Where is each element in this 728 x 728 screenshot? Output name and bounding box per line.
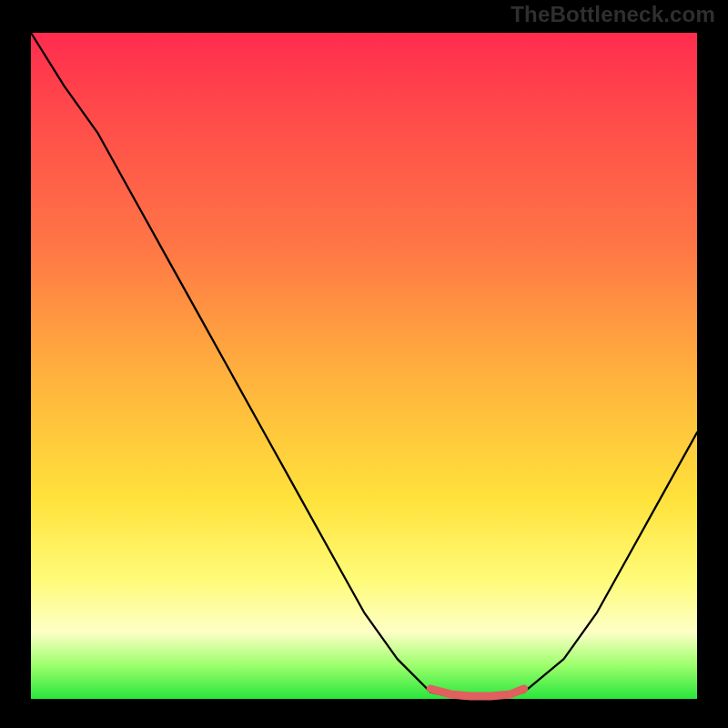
bottleneck-curve [31,33,697,699]
flat-zone-marker [430,689,524,696]
plot-area [31,33,697,699]
attribution-label: TheBottleneck.com [511,2,715,27]
chart-frame: TheBottleneck.com [0,0,728,728]
chart-svg [31,33,697,699]
